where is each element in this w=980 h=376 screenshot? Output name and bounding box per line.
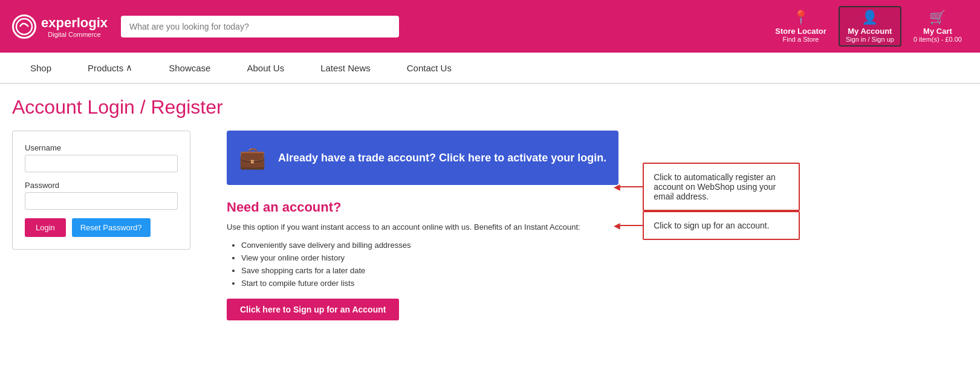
my-account-sub: Sign in / Sign up — [846, 36, 894, 43]
account-section: 💼 Already have a trade account? Click he… — [209, 131, 618, 320]
nav-item-about[interactable]: About Us — [229, 53, 302, 83]
username-label: Username — [25, 143, 178, 152]
account-icon: 👤 — [862, 10, 878, 25]
nav-item-shop[interactable]: Shop — [12, 53, 70, 83]
list-item: Conveniently save delivery and billing a… — [241, 241, 618, 250]
list-item: Save shopping carts for a later date — [241, 266, 618, 275]
main-nav: Shop Products ∧ Showcase About Us Latest… — [0, 53, 980, 84]
username-input[interactable] — [25, 155, 178, 172]
briefcase-icon: 💼 — [239, 145, 266, 170]
signup-button[interactable]: Click here to Sign up for an Account — [227, 299, 399, 320]
page-body: Account Login / Register Username Passwo… — [0, 84, 980, 332]
my-cart-label: My Cart — [923, 27, 952, 36]
password-input[interactable] — [25, 192, 178, 210]
main-container: Account Login / Register Username Passwo… — [0, 84, 631, 332]
search-input[interactable] — [121, 16, 399, 37]
store-locator-label: Store Locator — [775, 27, 826, 36]
store-locator-button[interactable]: 📍 Store Locator Find a Store — [769, 7, 832, 45]
logo-text: experlogix Digital Commerce — [41, 15, 108, 38]
brand-name: experlogix — [41, 15, 108, 31]
content-area: Account Login / Register Username Passwo… — [12, 96, 618, 320]
logo-area: experlogix Digital Commerce — [12, 15, 109, 39]
login-box: Username Password Login Reset Password? — [12, 131, 190, 250]
nav-item-products[interactable]: Products ∧ — [70, 53, 151, 83]
annotations-area: Click to automatically register an accou… — [631, 84, 824, 258]
password-label: Password — [25, 181, 178, 190]
login-button[interactable]: Login — [25, 218, 66, 237]
cart-icon: 🛒 — [929, 10, 946, 25]
benefits-list: Conveniently save delivery and billing a… — [227, 241, 618, 288]
list-item: Start to compile future order lists — [241, 279, 618, 288]
list-item: View your online order history — [241, 253, 618, 262]
my-cart-button[interactable]: 🛒 My Cart 0 item(s) - £0.00 — [907, 7, 968, 45]
search-bar[interactable] — [121, 16, 399, 37]
location-icon: 📍 — [793, 10, 809, 25]
nav-item-contact[interactable]: Contact Us — [389, 53, 470, 83]
my-cart-sub: 0 item(s) - £0.00 — [913, 36, 962, 43]
store-locator-sub: Find a Store — [783, 36, 819, 43]
annotation-top: Click to automatically register an accou… — [643, 163, 800, 211]
my-account-button[interactable]: 👤 My Account Sign in / Sign up — [839, 6, 901, 47]
header-actions: 📍 Store Locator Find a Store 👤 My Accoun… — [769, 6, 968, 47]
trade-account-banner[interactable]: 💼 Already have a trade account? Click he… — [227, 131, 618, 185]
trade-account-text: Already have a trade account? Click here… — [278, 152, 606, 164]
need-account-desc: Use this option if you want instant acce… — [227, 221, 618, 233]
brand-sub: Digital Commerce — [41, 31, 108, 38]
svg-point-0 — [16, 19, 32, 34]
logo-icon — [12, 15, 36, 39]
reset-password-button[interactable]: Reset Password? — [72, 218, 151, 237]
need-account-title: Need an account? — [227, 199, 618, 215]
nav-item-news[interactable]: Latest News — [302, 53, 389, 83]
chevron-down-icon: ∧ — [126, 62, 132, 73]
nav-item-showcase[interactable]: Showcase — [151, 53, 229, 83]
header: experlogix Digital Commerce 📍 Store Loca… — [0, 0, 980, 53]
my-account-label: My Account — [848, 27, 892, 36]
annotation-bottom: Click to sign up for an account. — [643, 211, 800, 240]
page-title: Account Login / Register — [12, 96, 618, 118]
